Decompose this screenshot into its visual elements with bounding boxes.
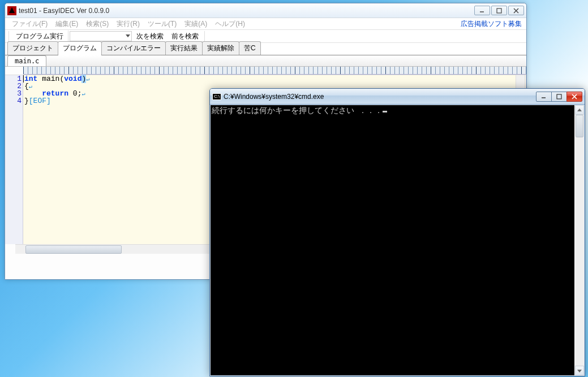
cmd-vertical-scrollbar[interactable] bbox=[574, 105, 584, 375]
minimize-button[interactable] bbox=[474, 6, 490, 15]
menu-search[interactable]: 検索(S) bbox=[84, 18, 111, 30]
menu-file[interactable]: ファイル(F) bbox=[10, 18, 50, 30]
prev-search-button[interactable]: 前を検索 bbox=[168, 31, 202, 42]
cmd-icon: C:\ bbox=[212, 93, 221, 100]
maximize-icon bbox=[556, 94, 562, 99]
svg-rect-1 bbox=[497, 8, 501, 13]
tab-project[interactable]: プロジェクト bbox=[7, 41, 58, 55]
tab-exec-result[interactable]: 実行結果 bbox=[165, 41, 203, 55]
cmd-maximize-button[interactable] bbox=[551, 92, 567, 102]
file-tabs: main.c bbox=[5, 55, 526, 67]
line-number-gutter: 1 2 3 4 bbox=[5, 75, 23, 244]
tab-kurushic[interactable]: 苦C bbox=[239, 41, 261, 55]
scroll-up-button[interactable] bbox=[575, 105, 584, 115]
menu-tool[interactable]: ツール(T) bbox=[145, 18, 179, 30]
close-icon bbox=[513, 8, 519, 14]
minimize-icon bbox=[479, 8, 485, 14]
cmd-titlebar[interactable]: C:\ C:¥Windows¥system32¥cmd.exe bbox=[210, 89, 585, 105]
tab-program[interactable]: プログラム bbox=[58, 41, 102, 55]
maximize-button[interactable] bbox=[491, 6, 507, 15]
menu-result[interactable]: 実績(A) bbox=[182, 18, 209, 30]
ide-titlebar[interactable]: test01 - EasyIDEC Ver 0.0.9.0 bbox=[5, 3, 526, 18]
cmd-minimize-button[interactable] bbox=[536, 92, 552, 102]
menu-help[interactable]: ヘルプ(H) bbox=[213, 18, 247, 30]
minimize-icon bbox=[541, 94, 547, 99]
chevron-up-icon bbox=[577, 109, 582, 112]
ide-window-controls bbox=[474, 6, 524, 15]
next-search-button[interactable]: 次を検索 bbox=[133, 31, 167, 42]
cmd-close-button[interactable] bbox=[566, 92, 582, 102]
cmd-body: 続行するには何かキーを押してください ．．． bbox=[210, 105, 585, 376]
chevron-down-icon bbox=[126, 34, 130, 38]
ruler bbox=[23, 67, 526, 75]
svg-rect-5 bbox=[557, 94, 561, 99]
tab-result-unlock[interactable]: 実績解除 bbox=[202, 41, 239, 55]
ide-tabs: プロジェクト プログラム コンパイルエラー 実行結果 実績解除 苦C bbox=[5, 43, 526, 55]
cmd-window: C:\ C:¥Windows¥system32¥cmd.exe 続行するには何か… bbox=[209, 88, 585, 376]
cmd-title: C:¥Windows¥system32¥cmd.exe bbox=[224, 93, 537, 101]
toolbar-run-label: プログラム実行 bbox=[11, 31, 68, 42]
cmd-window-controls bbox=[537, 92, 582, 102]
caret bbox=[23, 75, 24, 83]
app-icon bbox=[7, 6, 16, 15]
ad-link[interactable]: 広告掲載ソフト募集 bbox=[461, 19, 522, 29]
menu-run[interactable]: 実行(R) bbox=[114, 18, 142, 30]
cmd-console[interactable]: 続行するには何かキーを押してください ．．． bbox=[211, 105, 574, 375]
menu-edit[interactable]: 編集(E) bbox=[53, 18, 80, 30]
close-button[interactable] bbox=[508, 6, 524, 15]
scrollbar-thumb[interactable] bbox=[576, 115, 583, 137]
cmd-cursor bbox=[383, 111, 387, 112]
scroll-down-button[interactable] bbox=[575, 366, 584, 375]
maximize-icon bbox=[496, 8, 502, 14]
toolbar-combo[interactable] bbox=[70, 31, 132, 41]
scrollbar-track[interactable] bbox=[575, 137, 584, 366]
ide-title: test01 - EasyIDEC Ver 0.0.9.0 bbox=[19, 7, 474, 15]
file-tab-main[interactable]: main.c bbox=[7, 55, 46, 66]
tab-compile-error[interactable]: コンパイルエラー bbox=[101, 41, 166, 55]
scrollbar-thumb[interactable] bbox=[25, 245, 122, 254]
chevron-down-icon bbox=[577, 369, 582, 372]
cmd-output: 続行するには何かキーを押してください ．．． bbox=[212, 106, 383, 115]
line-number: 4 bbox=[5, 97, 22, 105]
ide-menubar: ファイル(F) 編集(E) 検索(S) 実行(R) ツール(T) 実績(A) ヘ… bbox=[5, 18, 526, 29]
close-icon bbox=[572, 94, 577, 99]
